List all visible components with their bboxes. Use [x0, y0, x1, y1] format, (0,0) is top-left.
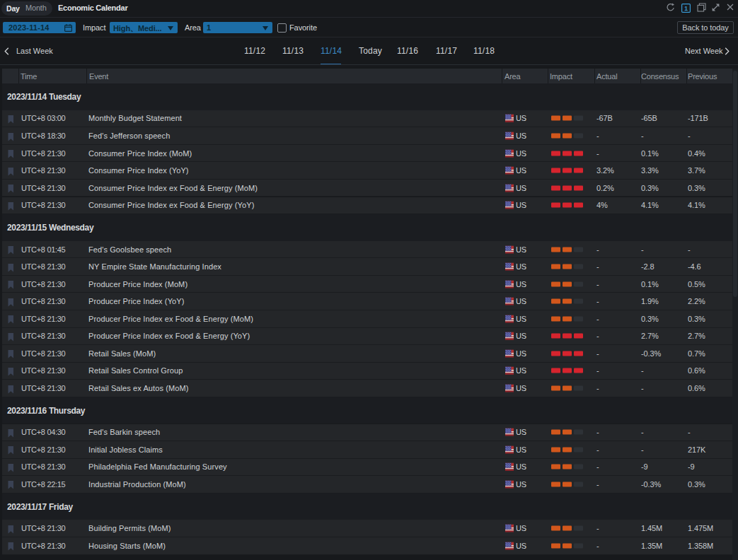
- svg-text:1: 1: [684, 5, 688, 12]
